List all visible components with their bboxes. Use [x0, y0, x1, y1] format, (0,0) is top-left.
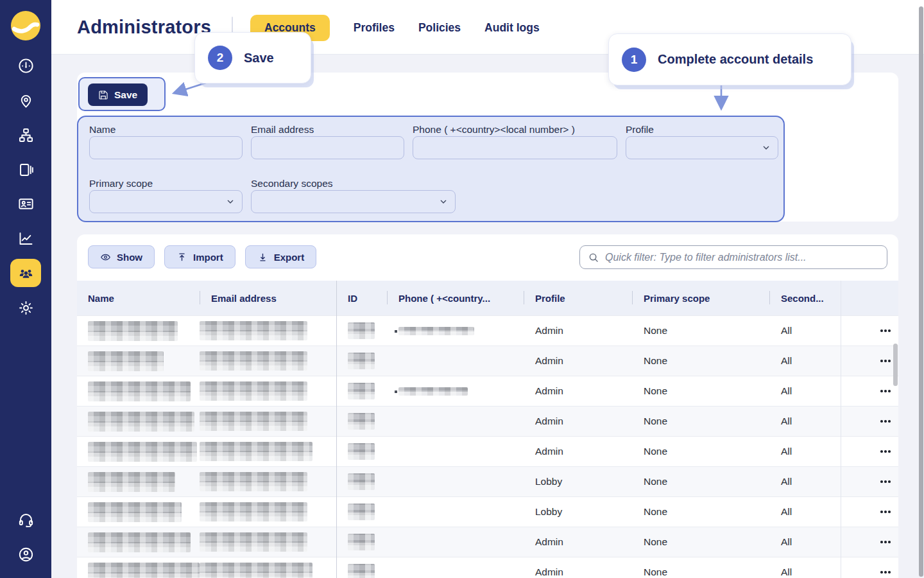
sidebar-item-administrators[interactable]: [10, 259, 41, 287]
gauge-icon: [17, 57, 35, 74]
sidebar-item-account[interactable]: [0, 545, 51, 563]
redacted-email: [200, 351, 307, 371]
table-row[interactable]: Admin None All: [77, 315, 898, 346]
import-button[interactable]: Import: [164, 245, 235, 268]
secondary-scopes-select[interactable]: [251, 190, 456, 213]
sidebar-item-displays[interactable]: [0, 161, 51, 179]
name-field: [89, 136, 243, 159]
row-actions-button[interactable]: [878, 446, 893, 457]
profile-cell: Admin: [524, 557, 632, 578]
account-details-form: Name Email address Phone ( +<country><lo…: [77, 116, 785, 222]
download-icon: [257, 252, 268, 263]
table-row[interactable]: Admin None All: [77, 557, 898, 578]
sidebar-item-locations[interactable]: [0, 91, 51, 109]
gear-icon: [17, 299, 35, 317]
tab-audit-logs[interactable]: Audit logs: [484, 21, 540, 35]
account-form-card: Save Name Email address Phone ( +<countr…: [77, 73, 898, 222]
redacted-phone: [398, 387, 468, 396]
chevron-down-icon: [438, 197, 449, 207]
sidebar-item-settings[interactable]: [0, 299, 51, 317]
tab-policies[interactable]: Policies: [418, 21, 461, 35]
column-header-0[interactable]: Name: [77, 281, 200, 315]
primary-scope-cell: None: [632, 497, 769, 527]
row-actions-button[interactable]: [878, 507, 893, 517]
table-row[interactable]: Admin None All: [77, 436, 898, 466]
chart-line-icon: [17, 230, 35, 247]
email-input[interactable]: [252, 137, 404, 159]
secondary-scope-cell: All: [769, 437, 841, 466]
profile-select[interactable]: [626, 136, 778, 159]
table-scrollbar-thumb[interactable]: [893, 344, 898, 386]
table-row[interactable]: Admin None All: [77, 346, 898, 376]
quick-filter-input[interactable]: [605, 252, 879, 263]
primary-scope-select[interactable]: [89, 190, 243, 213]
redacted-id: [348, 504, 375, 520]
column-header-4[interactable]: Profile: [524, 281, 632, 315]
row-actions-button[interactable]: [878, 326, 893, 336]
row-actions-button[interactable]: [878, 567, 893, 577]
app-logo: [11, 11, 40, 40]
name-input[interactable]: [90, 137, 242, 159]
profile-cell: Lobby: [524, 467, 632, 496]
sidebar-item-contacts[interactable]: [0, 195, 51, 213]
show-button[interactable]: Show: [88, 245, 155, 268]
redacted-email: [200, 412, 307, 431]
table-row[interactable]: Admin None All: [77, 527, 898, 557]
redacted-name: [88, 502, 182, 522]
secondary-scope-cell: All: [769, 316, 841, 346]
row-actions-button[interactable]: [878, 537, 893, 547]
row-actions-button[interactable]: [878, 416, 893, 426]
primary-scope-cell: None: [632, 316, 769, 346]
redacted-name: [88, 563, 200, 578]
save-button-label: Save: [114, 89, 137, 101]
row-actions-button[interactable]: [878, 477, 893, 487]
secondary-scope-cell: All: [769, 557, 841, 578]
redacted-id: [348, 383, 375, 399]
table-row[interactable]: Admin None All: [77, 406, 898, 436]
step-1-badge: 1: [622, 48, 646, 72]
redacted-id: [348, 443, 375, 460]
table-row[interactable]: Lobby None All: [77, 496, 898, 527]
tab-profiles[interactable]: Profiles: [354, 21, 395, 35]
redacted-phone: [398, 327, 474, 335]
column-header-2[interactable]: ID: [336, 281, 387, 315]
redacted-email: [200, 563, 312, 578]
sidebar-item-dashboard[interactable]: [0, 57, 51, 74]
save-highlight-box: Save: [78, 77, 166, 111]
redacted-name: [88, 381, 191, 401]
sidebar-item-organization[interactable]: [0, 126, 51, 144]
chevron-down-icon: [225, 197, 235, 207]
phone-label: Phone ( +<country><local number> ): [413, 124, 575, 136]
column-header-5[interactable]: Primary scope: [632, 281, 769, 315]
row-actions-button[interactable]: [878, 386, 893, 396]
sidebar: [0, 0, 51, 578]
table-row[interactable]: Lobby None All: [77, 466, 898, 496]
secondary-scope-cell: All: [769, 497, 841, 527]
redacted-id: [348, 564, 375, 578]
page-title: Administrators: [77, 17, 211, 38]
column-header-1[interactable]: Email address: [200, 281, 336, 315]
redacted-id: [348, 413, 375, 430]
sidebar-item-support[interactable]: [0, 511, 51, 529]
redacted-id: [348, 473, 375, 490]
redacted-name: [88, 351, 164, 371]
phone-input[interactable]: [413, 137, 617, 159]
save-button[interactable]: Save: [88, 83, 148, 106]
frozen-column-divider: [336, 281, 337, 578]
sidebar-item-analytics[interactable]: [0, 229, 51, 247]
redacted-name: [88, 442, 197, 462]
table-row[interactable]: Admin None All: [77, 376, 898, 406]
export-button[interactable]: Export: [245, 245, 317, 268]
column-header-6[interactable]: Second...: [769, 281, 841, 315]
profile-cell: Admin: [524, 316, 632, 346]
email-label: Email address: [251, 124, 314, 136]
primary-scope-cell: None: [632, 376, 769, 406]
column-header-3[interactable]: Phone ( +<country...: [387, 281, 524, 315]
primary-scope-cell: None: [632, 467, 769, 496]
email-field: [251, 136, 404, 159]
eye-icon: [100, 252, 111, 263]
quick-filter: [579, 245, 887, 269]
page-scrollbar-thumb[interactable]: [919, 6, 923, 577]
profile-cell: Admin: [524, 407, 632, 436]
row-actions-button[interactable]: [878, 356, 893, 366]
